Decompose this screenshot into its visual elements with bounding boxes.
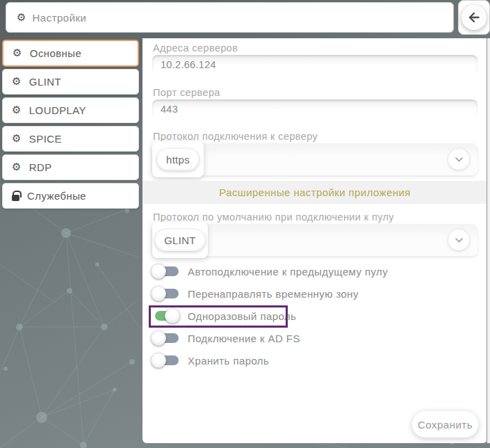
- advanced-settings-header: Расширенные настройки приложения: [142, 181, 487, 204]
- sidebar-item-label: RDP: [29, 161, 52, 173]
- toggle-list: Автоподключение к предыдущему пулу Перен…: [152, 264, 388, 375]
- timezone-redirect-toggle[interactable]: [152, 286, 180, 301]
- server-protocol-dropdown-button[interactable]: [448, 149, 469, 170]
- pool-protocol-dropdown-button[interactable]: [448, 230, 469, 250]
- gear-icon: ⚙: [12, 77, 22, 87]
- back-arrow-icon: [468, 13, 480, 22]
- server-protocol-select[interactable]: https: [152, 143, 477, 175]
- server-protocol-label: Протокол подключения к серверу: [153, 131, 318, 142]
- save-button[interactable]: Сохранить: [412, 411, 478, 438]
- gear-icon: ⚙: [13, 48, 22, 58]
- toggle-row-store-password[interactable]: Хранить пароль: [152, 353, 388, 368]
- scrollbar-track[interactable]: [487, 38, 490, 443]
- toggle-label: Перенаправлять временную зону: [188, 288, 359, 300]
- option-pill: https: [157, 149, 199, 170]
- option-pill: GLINT: [155, 230, 205, 251]
- chevron-down-icon: [455, 157, 463, 162]
- one-time-password-toggle[interactable]: [152, 308, 180, 323]
- toggle-label: Автоподключение к предыдущему пулу: [188, 266, 388, 278]
- gear-icon: ⚙: [12, 162, 22, 173]
- server-port-label: Порт сервера: [153, 87, 220, 98]
- server-addresses-label: Адреса серверов: [153, 42, 238, 54]
- gear-icon: ⚙: [12, 134, 22, 144]
- toggle-row-adfs-connection[interactable]: Подключение к AD FS: [152, 330, 388, 346]
- server-addresses-input[interactable]: [152, 55, 477, 74]
- gear-icon: ⚙: [17, 13, 26, 23]
- lock-icon: [12, 195, 19, 201]
- toggle-row-autoconnect[interactable]: Автоподключение к предыдущему пулу: [152, 264, 388, 279]
- sidebar-item-label: Основные: [30, 47, 81, 59]
- server-port-input[interactable]: [152, 99, 477, 118]
- toggle-row-one-time-password[interactable]: Одноразовый пароль: [152, 308, 388, 323]
- gear-icon: ⚙: [12, 105, 22, 115]
- sidebar-item-loudplay[interactable]: ⚙ LOUDPLAY: [2, 97, 139, 123]
- page-title: Настройки: [32, 12, 86, 24]
- store-password-toggle[interactable]: [152, 353, 180, 368]
- adfs-connection-toggle[interactable]: [152, 330, 180, 346]
- sidebar-item-sluzhebnye[interactable]: Служебные: [2, 183, 139, 209]
- toggle-row-timezone-redirect[interactable]: Перенаправлять временную зону: [152, 286, 388, 301]
- toggle-label: Одноразовый пароль: [188, 310, 296, 322]
- settings-content-panel: Адреса серверов Порт сервера Протокол по…: [142, 38, 487, 443]
- sidebar-item-spice[interactable]: ⚙ SPICE: [2, 126, 139, 152]
- chevron-down-icon: [455, 238, 463, 243]
- settings-title-bar: ⚙ Настройки: [6, 2, 454, 33]
- back-button-container: [458, 0, 490, 35]
- sidebar-item-label: GLINT: [29, 76, 61, 88]
- pool-protocol-select[interactable]: GLINT: [152, 224, 477, 256]
- sidebar-item-osnovnye[interactable]: ⚙ Основные: [2, 40, 139, 67]
- sidebar-item-rdp[interactable]: ⚙ RDP: [2, 154, 139, 180]
- sidebar-item-glint[interactable]: ⚙ GLINT: [2, 69, 139, 95]
- back-button[interactable]: [462, 5, 487, 30]
- toggle-label: Хранить пароль: [188, 355, 269, 367]
- settings-sidebar: ⚙ Основные ⚙ GLINT ⚙ LOUDPLAY ⚙ SPICE ⚙ …: [2, 40, 139, 211]
- sidebar-item-label: SPICE: [29, 133, 62, 145]
- sidebar-item-label: LOUDPLAY: [29, 104, 86, 116]
- pool-protocol-label: Протокол по умолчанию при подключении к …: [153, 211, 394, 223]
- pool-protocol-selected-option[interactable]: GLINT: [152, 222, 208, 258]
- sidebar-item-label: Служебные: [27, 190, 86, 202]
- autoconnect-toggle[interactable]: [152, 264, 180, 279]
- toggle-label: Подключение к AD FS: [188, 333, 300, 344]
- server-protocol-selected-option[interactable]: https: [152, 141, 204, 177]
